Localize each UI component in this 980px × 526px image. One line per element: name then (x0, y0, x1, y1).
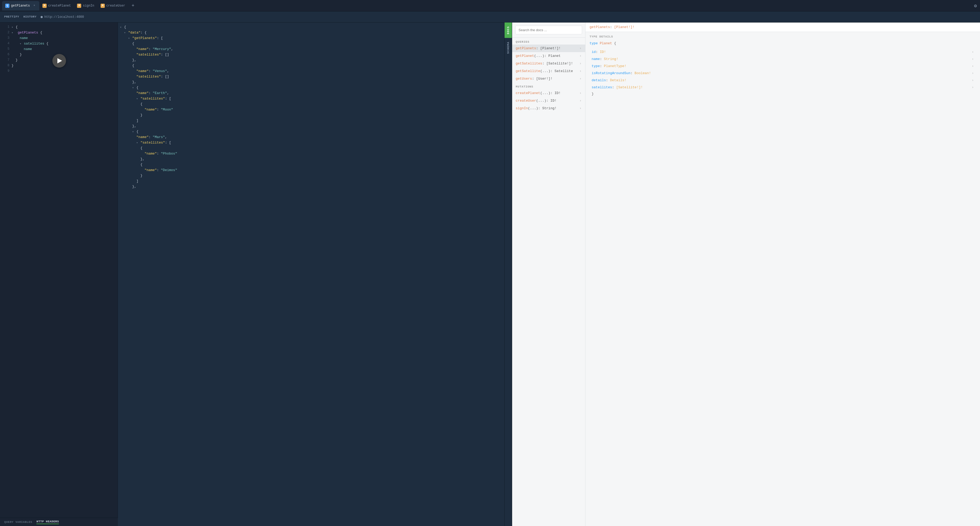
tab-createUser[interactable]: M createUser (97, 1, 128, 11)
type-header-query-name: getPlanets (590, 25, 610, 29)
result-line-18: }, (118, 124, 504, 129)
docs-item-type-getSatellite: (...): Satellite (540, 69, 573, 73)
tab-icon-createPlanet: M (43, 4, 47, 8)
result-content-26: "name": "Deimos" (120, 168, 502, 173)
docs-item-createPlanet[interactable]: createPlanet(...): ID! › (512, 89, 585, 97)
docs-item-name-getSatellites: getSatellites (516, 62, 542, 65)
line-content-1: ▾ { (11, 25, 116, 30)
result-content-18: }, (120, 124, 502, 129)
docs-item-type-getPlanets: : [Planet!]! (536, 46, 561, 50)
tab-close-getPlanets[interactable]: × (32, 4, 36, 8)
docs-item-type-createUser: (...): ID! (536, 99, 557, 103)
editor-content[interactable]: 1 ▾ { 2 ▾ getPlanets { 3 name 4 (0, 22, 118, 526)
line-number-7: 7 (2, 58, 10, 63)
type-field-details[interactable]: details: Details! › (590, 77, 976, 84)
docs-item-type-getUsers: : [User!]! (532, 77, 552, 81)
docs-item-name-getPlanet: getPlanet (516, 54, 534, 58)
type-details-panel: getPlanets: [Planet!]! TYPE DETAILS type… (585, 22, 980, 526)
tab-icon-getPlanets: Q (5, 4, 10, 8)
http-headers-button[interactable]: HTTP HEADERS (37, 520, 59, 524)
url-display: http://localhost:4000 (41, 15, 84, 19)
result-content-21: ▾ "satellites": [ (120, 140, 502, 146)
docs-item-getSatellites[interactable]: getSatellites: [Satellite!]! › (512, 60, 585, 67)
docs-item-getSatellite[interactable]: getSatellite(...): Satellite › (512, 67, 585, 75)
result-line-23: "name": "Phobos" (118, 151, 504, 157)
line-number-4: 4 (2, 41, 10, 46)
docs-item-text-getSatellite: getSatellite(...): Satellite (516, 69, 580, 73)
result-line-15: "name": "Moon" (118, 107, 504, 113)
result-content-3: { (120, 41, 502, 47)
result-content-11: ▾ { (120, 85, 502, 91)
line-number-5: 5 (2, 47, 10, 52)
editor-line-4: 4 ▾ satellites { (0, 41, 118, 47)
editor-line-2: 2 ▾ getPlanets { (0, 30, 118, 36)
docs-search-input[interactable] (515, 25, 582, 34)
type-field-name-satellites: satellites: [Satellite!]! (592, 86, 643, 89)
query-variables-button[interactable]: QUERY VARIABLES (4, 521, 32, 524)
type-field-name-details: details: Details! (592, 78, 627, 82)
docs-item-getPlanets[interactable]: getPlanets: [Planet!]! › (512, 44, 585, 52)
docs-tab[interactable]: DOCS (504, 22, 512, 38)
line-number-8: 8 (2, 63, 10, 68)
line-content-5: name (11, 47, 116, 52)
result-content-19: ▾ { (120, 129, 502, 135)
result-content-25: { (120, 162, 502, 168)
schema-tab[interactable]: SCHEMA (504, 38, 512, 57)
toolbar: PRETTIFY HISTORY http://localhost:4000 (0, 11, 980, 22)
line-number-1: 1 (2, 25, 10, 30)
docs-item-getUsers[interactable]: getUsers: [User!]! › (512, 75, 585, 83)
result-content-9: "satellites": [] (120, 74, 502, 79)
prettify-button[interactable]: PRETTIFY (4, 14, 19, 20)
execute-query-button[interactable] (52, 54, 66, 68)
type-field-type[interactable]: type: PlanetType! › (590, 63, 976, 70)
result-line-17: ] (118, 118, 504, 124)
result-content: ▾ { ▾ "data": { ▾ "getPlanets": [ { (118, 22, 504, 526)
docs-item-name-getUsers: getUsers (516, 77, 532, 81)
type-header-return-type: [Planet!]! (614, 25, 635, 29)
docs-item-text-getPlanet: getPlanet(...): Planet (516, 54, 580, 58)
docs-item-signIn[interactable]: signIn(...): String! › (512, 105, 585, 112)
result-line-7: { (118, 63, 504, 68)
result-line-8: "name": "Venus", (118, 68, 504, 74)
docs-item-getPlanet[interactable]: getPlanet(...): Planet › (512, 52, 585, 60)
result-line-12: "name": "Earth", (118, 91, 504, 96)
docs-item-text-getPlanets: getPlanets: [Planet!]! (516, 46, 580, 50)
type-field-satellites[interactable]: satellites: [Satellite!]! › (590, 84, 976, 91)
result-content-0: ▾ { (120, 25, 502, 30)
tab-signIn[interactable]: M signIn (74, 1, 97, 11)
settings-button[interactable]: ⚙ (973, 2, 978, 10)
line-content-4: ▾ satellites { (11, 41, 116, 47)
result-content-1: ▾ "data": { (120, 30, 502, 36)
result-line-10: }, (118, 79, 504, 85)
result-line-2: ▾ "getPlanets": [ (118, 36, 504, 41)
docs-item-createUser[interactable]: createUser(...): ID! › (512, 97, 585, 105)
result-content-5: "satellites": [] (120, 52, 502, 58)
tab-getPlanets[interactable]: Q getPlanets × (2, 1, 39, 11)
type-field-id[interactable]: id: ID! › (590, 48, 976, 56)
result-line-1: ▾ "data": { (118, 30, 504, 36)
docs-item-type-createPlanet: (...): ID! (540, 91, 561, 95)
docs-item-name-getPlanets: getPlanets (516, 46, 536, 50)
tab-createPlanet[interactable]: M createPlanet (39, 1, 74, 11)
type-field-name[interactable]: name: String! › (590, 56, 976, 63)
result-line-0: ▾ { (118, 25, 504, 30)
bottom-bar: QUERY VARIABLES HTTP HEADERS (0, 518, 118, 526)
docs-item-arrow-getPlanet: › (579, 54, 581, 58)
add-tab-button[interactable]: + (129, 2, 137, 10)
docs-item-text-getUsers: getUsers: [User!]! (516, 77, 580, 81)
line-number-6: 6 (2, 52, 10, 57)
result-line-11: ▾ { (118, 85, 504, 91)
docs-item-arrow-createUser: › (579, 99, 581, 103)
result-content-28: ] (120, 179, 502, 184)
result-content-14: { (120, 102, 502, 107)
type-header-line: type Planet { (590, 41, 976, 45)
tab-icon-createUser: M (100, 4, 105, 8)
result-line-22: { (118, 146, 504, 151)
mutations-section-title: MUTATIONS (512, 83, 585, 89)
type-field-arrow-satellites: › (972, 86, 974, 89)
result-content-4: "name": "Mercury", (120, 47, 502, 52)
tab-label-getPlanets: getPlanets (11, 4, 30, 8)
history-button[interactable]: HISTORY (23, 14, 37, 20)
type-field-isRotatingAroundSun[interactable]: isRotatingAroundSun: Boolean! › (590, 70, 976, 77)
docs-item-name-signIn: signIn (516, 106, 528, 110)
